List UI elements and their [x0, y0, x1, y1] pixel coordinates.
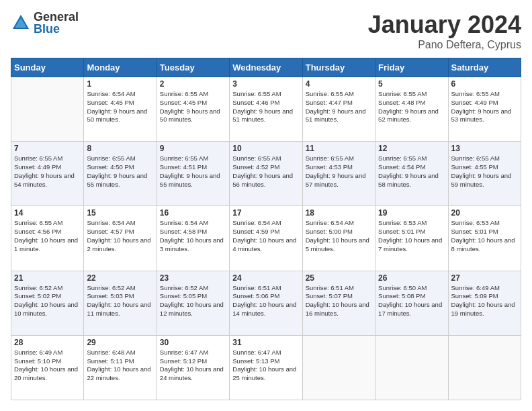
day-number: 31 — [232, 338, 299, 347]
calendar-cell — [302, 335, 375, 400]
calendar-location: Pano Deftera, Cyprus — [368, 39, 521, 51]
day-number: 27 — [451, 273, 518, 283]
calendar-header-wednesday: Wednesday — [230, 58, 302, 77]
logo: General Blue — [11, 11, 79, 35]
day-info: Sunrise: 6:55 AMSunset: 4:45 PMDaylight:… — [160, 90, 226, 124]
day-number: 24 — [232, 273, 299, 283]
day-info: Sunrise: 6:54 AMSunset: 4:45 PMDaylight:… — [87, 90, 153, 124]
day-number: 11 — [306, 144, 372, 153]
calendar-cell: 10 Sunrise: 6:55 AMSunset: 4:52 PMDaylig… — [230, 142, 302, 206]
day-info: Sunrise: 6:54 AMSunset: 4:59 PMDaylight:… — [232, 219, 299, 253]
day-info: Sunrise: 6:48 AMSunset: 5:11 PMDaylight:… — [87, 349, 153, 383]
day-info: Sunrise: 6:52 AMSunset: 5:02 PMDaylight:… — [14, 284, 81, 318]
calendar-cell: 25 Sunrise: 6:51 AMSunset: 5:07 PMDaylig… — [302, 271, 375, 335]
day-number: 19 — [378, 208, 445, 218]
calendar-cell: 8 Sunrise: 6:55 AMSunset: 4:50 PMDayligh… — [84, 142, 157, 206]
calendar-cell: 1 Sunrise: 6:54 AMSunset: 4:45 PMDayligh… — [84, 77, 157, 142]
calendar-cell: 22 Sunrise: 6:52 AMSunset: 5:03 PMDaylig… — [84, 271, 157, 335]
day-number: 21 — [14, 273, 81, 283]
day-info: Sunrise: 6:49 AMSunset: 5:09 PMDaylight:… — [451, 284, 518, 318]
day-info: Sunrise: 6:55 AMSunset: 4:54 PMDaylight:… — [378, 154, 445, 189]
calendar-header-friday: Friday — [375, 58, 448, 77]
calendar-cell: 4 Sunrise: 6:55 AMSunset: 4:47 PMDayligh… — [302, 77, 375, 142]
calendar-cell: 6 Sunrise: 6:55 AMSunset: 4:49 PMDayligh… — [448, 77, 521, 142]
page: General Blue January 2024 Pano Deftera, … — [0, 0, 532, 411]
calendar-cell — [11, 77, 84, 142]
day-number: 28 — [14, 338, 81, 347]
day-info: Sunrise: 6:47 AMSunset: 5:13 PMDaylight:… — [232, 349, 299, 383]
day-info: Sunrise: 6:55 AMSunset: 4:53 PMDaylight:… — [306, 154, 372, 189]
day-number: 25 — [306, 273, 372, 283]
day-info: Sunrise: 6:47 AMSunset: 5:12 PMDaylight:… — [160, 349, 226, 383]
calendar-cell: 14 Sunrise: 6:55 AMSunset: 4:56 PMDaylig… — [11, 206, 84, 271]
calendar-cell: 5 Sunrise: 6:55 AMSunset: 4:48 PMDayligh… — [375, 77, 448, 142]
day-info: Sunrise: 6:51 AMSunset: 5:06 PMDaylight:… — [232, 284, 299, 318]
day-number: 12 — [378, 144, 445, 153]
calendar-cell: 24 Sunrise: 6:51 AMSunset: 5:06 PMDaylig… — [230, 271, 302, 335]
day-info: Sunrise: 6:55 AMSunset: 4:47 PMDaylight:… — [306, 90, 372, 124]
calendar-cell: 27 Sunrise: 6:49 AMSunset: 5:09 PMDaylig… — [448, 271, 521, 335]
day-info: Sunrise: 6:55 AMSunset: 4:55 PMDaylight:… — [451, 154, 518, 189]
calendar-cell: 23 Sunrise: 6:52 AMSunset: 5:05 PMDaylig… — [157, 271, 229, 335]
day-info: Sunrise: 6:54 AMSunset: 5:00 PMDaylight:… — [306, 219, 372, 253]
day-number: 20 — [451, 208, 518, 218]
day-number: 26 — [378, 273, 445, 283]
calendar-header-row: SundayMondayTuesdayWednesdayThursdayFrid… — [11, 58, 521, 77]
calendar-week-row: 21 Sunrise: 6:52 AMSunset: 5:02 PMDaylig… — [11, 271, 521, 335]
day-info: Sunrise: 6:49 AMSunset: 5:10 PMDaylight:… — [14, 349, 81, 383]
day-number: 6 — [451, 79, 518, 89]
day-number: 1 — [87, 79, 153, 89]
calendar-cell: 15 Sunrise: 6:54 AMSunset: 4:57 PMDaylig… — [84, 206, 157, 271]
day-info: Sunrise: 6:55 AMSunset: 4:56 PMDaylight:… — [14, 219, 81, 253]
day-number: 10 — [232, 144, 299, 153]
calendar-cell: 28 Sunrise: 6:49 AMSunset: 5:10 PMDaylig… — [11, 335, 84, 400]
day-info: Sunrise: 6:52 AMSunset: 5:05 PMDaylight:… — [160, 284, 226, 318]
day-info: Sunrise: 6:55 AMSunset: 4:50 PMDaylight:… — [87, 154, 153, 189]
calendar-cell: 2 Sunrise: 6:55 AMSunset: 4:45 PMDayligh… — [157, 77, 229, 142]
day-number: 23 — [160, 273, 226, 283]
calendar-week-row: 14 Sunrise: 6:55 AMSunset: 4:56 PMDaylig… — [11, 206, 521, 271]
calendar-header-tuesday: Tuesday — [157, 58, 229, 77]
day-number: 2 — [160, 79, 226, 89]
day-number: 7 — [14, 144, 81, 153]
day-info: Sunrise: 6:55 AMSunset: 4:49 PMDaylight:… — [14, 154, 81, 189]
day-number: 5 — [378, 79, 445, 89]
calendar-cell: 17 Sunrise: 6:54 AMSunset: 4:59 PMDaylig… — [230, 206, 302, 271]
calendar-cell: 11 Sunrise: 6:55 AMSunset: 4:53 PMDaylig… — [302, 142, 375, 206]
day-info: Sunrise: 6:55 AMSunset: 4:48 PMDaylight:… — [378, 90, 445, 124]
day-info: Sunrise: 6:55 AMSunset: 4:52 PMDaylight:… — [232, 154, 299, 189]
day-number: 4 — [306, 79, 372, 89]
day-number: 8 — [87, 144, 153, 153]
day-number: 29 — [87, 338, 153, 347]
calendar-header-saturday: Saturday — [448, 58, 521, 77]
day-info: Sunrise: 6:52 AMSunset: 5:03 PMDaylight:… — [87, 284, 153, 318]
calendar-header-thursday: Thursday — [302, 58, 375, 77]
calendar-cell: 30 Sunrise: 6:47 AMSunset: 5:12 PMDaylig… — [157, 335, 229, 400]
header: General Blue January 2024 Pano Deftera, … — [11, 11, 521, 51]
day-info: Sunrise: 6:53 AMSunset: 5:01 PMDaylight:… — [378, 219, 445, 253]
day-number: 13 — [451, 144, 518, 153]
day-number: 22 — [87, 273, 153, 283]
calendar-week-row: 7 Sunrise: 6:55 AMSunset: 4:49 PMDayligh… — [11, 142, 521, 206]
day-info: Sunrise: 6:54 AMSunset: 4:58 PMDaylight:… — [160, 219, 226, 253]
calendar-cell: 29 Sunrise: 6:48 AMSunset: 5:11 PMDaylig… — [84, 335, 157, 400]
calendar-week-row: 28 Sunrise: 6:49 AMSunset: 5:10 PMDaylig… — [11, 335, 521, 400]
day-number: 30 — [160, 338, 226, 347]
calendar-cell: 13 Sunrise: 6:55 AMSunset: 4:55 PMDaylig… — [448, 142, 521, 206]
calendar-cell: 18 Sunrise: 6:54 AMSunset: 5:00 PMDaylig… — [302, 206, 375, 271]
calendar-cell: 3 Sunrise: 6:55 AMSunset: 4:46 PMDayligh… — [230, 77, 302, 142]
day-info: Sunrise: 6:53 AMSunset: 5:01 PMDaylight:… — [451, 219, 518, 253]
day-info: Sunrise: 6:54 AMSunset: 4:57 PMDaylight:… — [87, 219, 153, 253]
calendar-header-monday: Monday — [84, 58, 157, 77]
day-info: Sunrise: 6:51 AMSunset: 5:07 PMDaylight:… — [306, 284, 372, 318]
calendar-table: SundayMondayTuesdayWednesdayThursdayFrid… — [11, 58, 521, 400]
day-number: 3 — [232, 79, 299, 89]
calendar-cell: 7 Sunrise: 6:55 AMSunset: 4:49 PMDayligh… — [11, 142, 84, 206]
day-number: 18 — [306, 208, 372, 218]
day-info: Sunrise: 6:55 AMSunset: 4:51 PMDaylight:… — [160, 154, 226, 189]
calendar-cell: 21 Sunrise: 6:52 AMSunset: 5:02 PMDaylig… — [11, 271, 84, 335]
calendar-cell: 12 Sunrise: 6:55 AMSunset: 4:54 PMDaylig… — [375, 142, 448, 206]
calendar-cell — [448, 335, 521, 400]
day-number: 14 — [14, 208, 81, 218]
logo-text: General Blue — [34, 11, 79, 35]
